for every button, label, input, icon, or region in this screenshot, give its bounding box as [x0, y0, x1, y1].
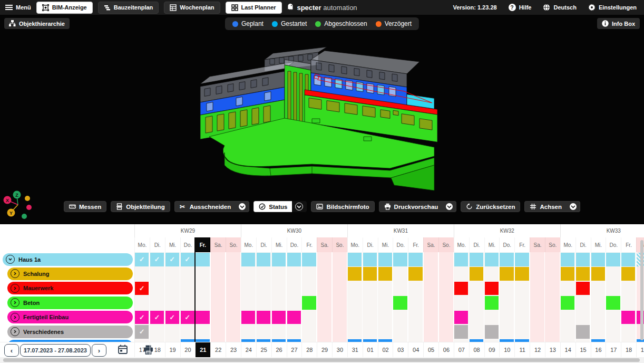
gantt-cell[interactable] [470, 253, 483, 266]
gantt-cell[interactable] [241, 253, 255, 266]
gantt-cell[interactable] [287, 253, 301, 266]
gantt-cell[interactable] [454, 325, 468, 339]
gantt-cell[interactable] [302, 296, 316, 310]
date-range-field[interactable]: 17.07.2023 - 27.08.2023 [20, 344, 91, 357]
gantt-cell[interactable] [576, 267, 590, 281]
gantt-cell[interactable] [272, 253, 286, 266]
expand-toggle[interactable] [11, 313, 19, 322]
gantt-cell[interactable] [576, 253, 590, 266]
toolbar-button-zurucksetzen[interactable]: Zurücksetzen [461, 201, 520, 212]
tab-bim-anzeige[interactable]: BIM-Anzeige [36, 2, 93, 14]
gantt-cell[interactable] [241, 311, 255, 324]
expand-toggle[interactable] [6, 255, 15, 264]
toolbar-button-achsen[interactable]: Achsen [524, 201, 567, 212]
gantt-cell[interactable]: ✓ [181, 311, 194, 324]
gantt-cell[interactable] [500, 267, 513, 281]
gantt-cell[interactable] [621, 311, 635, 324]
gantt-cell[interactable]: ✓ [135, 253, 149, 266]
row-pill-mauerwerk[interactable]: Mauerwerk [7, 282, 133, 294]
gantt-cell[interactable] [408, 267, 422, 281]
gantt-cell[interactable] [561, 267, 574, 281]
gantt-cell[interactable] [302, 253, 316, 266]
gantt-cell[interactable] [576, 325, 590, 339]
gantt-cell[interactable] [408, 253, 422, 266]
horizontal-scrollbar-track[interactable] [0, 357, 644, 363]
gantt-cell[interactable] [591, 253, 605, 266]
gantt-cell[interactable] [454, 282, 468, 295]
gantt-cell[interactable] [393, 253, 407, 266]
gantt-cell[interactable] [378, 267, 392, 281]
gantt-cell[interactable] [470, 267, 483, 281]
tab-bauzeitenplan[interactable]: Bauzeitenplan [98, 2, 159, 14]
menu-button[interactable]: Menü [5, 4, 31, 11]
gantt-cell[interactable] [257, 253, 270, 266]
language-button[interactable]: Deutsch [543, 4, 576, 11]
toolbar-button-druckvorschau[interactable]: Druckvorschau [379, 201, 443, 212]
expand-toggle[interactable] [11, 269, 19, 278]
gantt-cell[interactable]: ✓ [181, 253, 194, 266]
gantt-cell[interactable] [393, 296, 407, 310]
row-pill-schalung[interactable]: Schalung [7, 268, 133, 280]
toolbar-button-messen[interactable]: Messen [64, 201, 106, 212]
vertical-scrollbar-thumb[interactable] [640, 240, 643, 340]
tab-wochenplan[interactable]: Wochenplan [164, 2, 220, 14]
gantt-cell[interactable] [378, 253, 392, 266]
gantt-cell[interactable] [606, 253, 620, 266]
toolbar-dropdown-achsen[interactable] [567, 201, 580, 212]
gantt-cell[interactable] [561, 296, 574, 310]
toolbar-dropdown-druckvorschau[interactable] [443, 201, 456, 212]
gantt-cell[interactable] [257, 311, 270, 324]
gantt-cell[interactable] [287, 311, 301, 324]
building-model[interactable] [186, 44, 441, 197]
gantt-cell[interactable] [621, 253, 635, 266]
tab-last-planner[interactable]: Last Planner [226, 2, 282, 14]
expand-toggle[interactable] [11, 327, 19, 336]
toolbar-button-bildschirmfoto[interactable]: Bildschirmfoto [311, 201, 374, 212]
gantt-cell[interactable] [561, 253, 574, 266]
gantt-cell[interactable]: ✓ [135, 311, 149, 324]
gantt-cell[interactable] [272, 311, 286, 324]
gantt-cell[interactable] [606, 296, 620, 310]
toolbar-dropdown-status[interactable] [292, 201, 307, 212]
gantt-cell[interactable]: ✓ [135, 282, 149, 295]
prev-period-button[interactable]: ‹ [4, 344, 19, 357]
toolbar-button-objektteilung[interactable]: Objektteilung [111, 201, 170, 212]
gantt-cell[interactable] [621, 267, 635, 281]
calendar-button[interactable] [118, 345, 128, 355]
gantt-cell[interactable] [348, 267, 362, 281]
gantt-cell[interactable]: ✓ [165, 311, 179, 324]
gantt-cell[interactable] [485, 296, 499, 310]
gantt-cell[interactable] [576, 282, 590, 295]
gantt-cell[interactable]: ✓ [150, 311, 164, 324]
gantt-cell[interactable]: ✓ [135, 325, 149, 339]
gantt-cell[interactable] [515, 253, 529, 266]
horizontal-scrollbar-thumb[interactable] [3, 358, 640, 362]
gantt-cell[interactable] [454, 253, 468, 266]
bim-viewer[interactable]: Objekthierarchie GeplantGestartetAbgesch… [0, 15, 644, 224]
settings-button[interactable]: Einstellungen [588, 4, 637, 11]
gantt-cell[interactable] [348, 253, 362, 266]
expand-toggle[interactable] [11, 284, 19, 293]
toolbar-dropdown-ausschneiden[interactable] [236, 201, 249, 212]
toolbar-button-ausschneiden[interactable]: ✂Ausschneiden [174, 201, 236, 212]
gantt-cell[interactable] [515, 267, 529, 281]
gantt-cell[interactable] [196, 253, 209, 266]
gantt-cell[interactable]: ✓ [165, 253, 179, 266]
gantt-cell[interactable] [196, 311, 209, 324]
gantt-cell[interactable] [485, 253, 499, 266]
help-button[interactable]: ? Hilfe [509, 4, 532, 11]
object-hierarchy-button[interactable]: Objekthierarchie [4, 18, 70, 29]
row-pill-verschiedenes[interactable]: Verschiedenes [7, 326, 133, 338]
expand-toggle[interactable] [11, 298, 19, 307]
row-pill-fertigteil-einbau[interactable]: Fertigteil Einbau [7, 311, 133, 323]
info-box-button[interactable]: Info Box [597, 18, 640, 29]
gantt-cell[interactable] [363, 267, 377, 281]
row-pill-haus-1a[interactable]: Haus 1a [3, 253, 133, 266]
gantt-cell[interactable] [500, 253, 513, 266]
gantt-cell[interactable] [485, 282, 499, 295]
gantt-cell[interactable] [591, 267, 605, 281]
gantt-cell[interactable] [485, 325, 499, 339]
toolbar-button-status[interactable]: Status [253, 201, 292, 212]
gantt-cell[interactable] [363, 253, 377, 266]
gantt-cell[interactable] [454, 311, 468, 324]
